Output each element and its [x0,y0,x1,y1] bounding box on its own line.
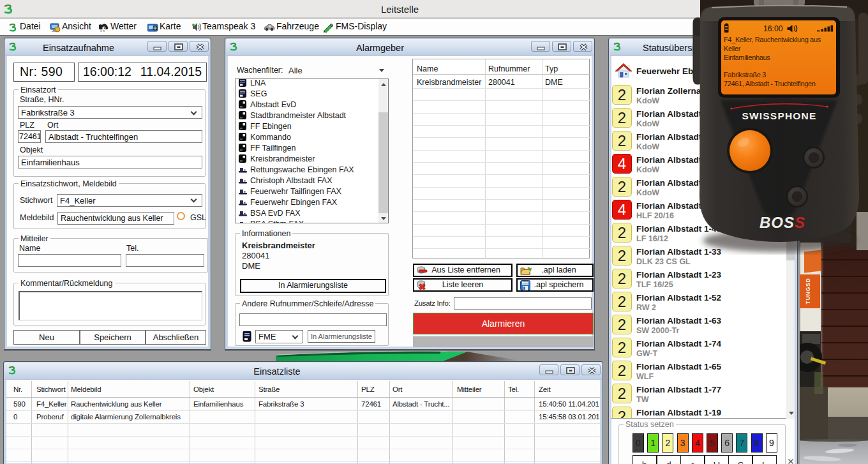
svg-text:SWISSPHONE: SWISSPHONE [742,110,816,121]
svg-text:Keller: Keller [724,45,741,52]
svg-text:16:00: 16:00 [763,24,783,33]
svg-text:Einfamilienhaus: Einfamilienhaus [724,54,770,61]
svg-text:F4_Keller, Rauchentwicklung au: F4_Keller, Rauchentwicklung aus [724,36,821,43]
svg-text:72461, Albstadt - Truchtelfing: 72461, Albstadt - Truchtelfingen [724,80,816,87]
svg-text:BOSS: BOSS [760,214,805,231]
svg-text:C R: C R [100,29,105,32]
svg-text:Fabrikstraße 3: Fabrikstraße 3 [724,71,766,79]
